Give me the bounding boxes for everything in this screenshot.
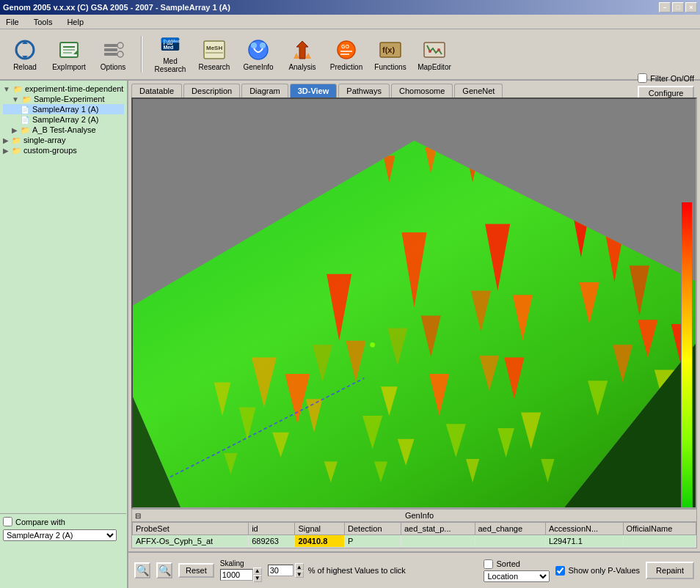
maximize-button[interactable]: □: [672, 2, 684, 12]
filter-checkbox-row: Filter On/Off: [638, 73, 694, 83]
geneinfo-button[interactable]: GeneInfo: [239, 33, 277, 76]
click-number-input[interactable]: [268, 565, 294, 576]
location-select[interactable]: Location: [484, 570, 550, 582]
options-label: Options: [101, 63, 125, 71]
expand-icon-2: ▼: [12, 95, 19, 103]
mesh-button[interactable]: MeSH Research: [195, 33, 233, 76]
compare-select[interactable]: SampleArray 2 (A) SampleArray 1 (A): [3, 529, 117, 541]
click-down-button[interactable]: ▼: [295, 570, 304, 578]
close-button[interactable]: ×: [685, 2, 697, 12]
menu-file[interactable]: File: [3, 16, 22, 28]
scaling-group: Skaling ▲ ▼: [220, 559, 262, 582]
col-probeset: ProbeSet: [133, 523, 249, 535]
tab-3dview[interactable]: 3D-View: [290, 84, 338, 98]
menu-tools[interactable]: Tools: [31, 16, 56, 28]
svg-text:f(x): f(x): [382, 45, 395, 54]
tab-datatable[interactable]: Datatable: [131, 84, 182, 98]
prediction-button[interactable]: GO Prediction: [327, 33, 365, 76]
tree-label-7: custom-groups: [23, 146, 77, 155]
svg-text:MeSH: MeSH: [206, 45, 222, 51]
tab-diagram[interactable]: Diagram: [241, 84, 288, 98]
sorted-label: Sorted: [496, 559, 519, 568]
mesh-icon: MeSH: [203, 38, 226, 62]
expand-icon-5: ▶: [3, 147, 9, 155]
tree-item-single-array[interactable]: ▶ 📁 single-array: [3, 135, 124, 145]
col-signal: Signal: [295, 523, 345, 535]
tab-pathways[interactable]: Pathways: [338, 84, 390, 98]
svg-point-9: [117, 51, 123, 57]
pvalue-checkbox[interactable]: [555, 566, 565, 576]
svg-text:PubMed: PubMed: [163, 38, 180, 43]
minimize-button[interactable]: –: [659, 2, 671, 12]
prediction-label: Prediction: [330, 63, 362, 71]
options-button[interactable]: Options: [94, 33, 132, 76]
pubmed-icon: Pub Med PubMed: [158, 35, 182, 56]
col-aed-stat: aed_stat_p...: [401, 523, 475, 535]
expand-icon: ▼: [3, 85, 10, 93]
cell-accession: L29471.1: [545, 535, 623, 548]
menu-help[interactable]: Help: [64, 16, 87, 28]
analysis-icon: [291, 38, 314, 62]
svg-text:Med: Med: [163, 45, 173, 50]
scaling-up-button[interactable]: ▲: [253, 567, 262, 575]
tab-chomosome[interactable]: Chomosome: [391, 84, 453, 98]
tree-label-5: A_B Test-Analyse: [32, 125, 96, 134]
click-group: ▲ ▼ % of highest Values to click: [268, 563, 406, 578]
minimize-table-icon[interactable]: ⊟: [135, 512, 141, 520]
functions-icon: f(x): [379, 38, 402, 62]
filter-checkbox[interactable]: [638, 73, 647, 83]
scaling-label: Skaling: [220, 559, 244, 567]
prediction-icon: GO: [335, 38, 358, 62]
svg-rect-6: [104, 48, 117, 51]
table-row[interactable]: AFFX-Os_Cyph_5_at 689263 20410.8 P L2947…: [133, 535, 696, 548]
cell-official-name: [623, 535, 696, 548]
titlebar-controls: – □ ×: [659, 2, 697, 12]
col-id: id: [249, 523, 295, 535]
tab-genenet[interactable]: GeneNet: [454, 84, 503, 98]
analysis-button[interactable]: Analysis: [283, 33, 321, 76]
folder-icon: 📁: [13, 85, 22, 93]
tree-item-ab-test[interactable]: ▶ 📁 A_B Test-Analyse: [3, 125, 124, 135]
reload-button[interactable]: Reload: [6, 33, 44, 76]
reset-button[interactable]: Reset: [178, 563, 214, 578]
folder-icon-2: 📁: [22, 95, 31, 103]
cell-signal: 20410.8: [295, 535, 345, 548]
sorted-checkbox[interactable]: [484, 559, 493, 569]
tree-label: experiment-time-dependent: [25, 84, 124, 93]
tree-item-experiment[interactable]: ▼ 📁 experiment-time-dependent: [3, 84, 124, 94]
pvalue-label: Show only P-Values: [568, 566, 640, 575]
tree-label-3: SampleArray 1 (A): [32, 105, 98, 114]
zoom-in-button[interactable]: 🔍: [134, 562, 150, 578]
tree-item-sample1[interactable]: 📄 SampleArray 1 (A): [3, 104, 124, 114]
click-up-button[interactable]: ▲: [295, 563, 304, 570]
3d-visualization: [133, 99, 696, 507]
geninfo-header: ⊟ GenInfo: [132, 510, 696, 522]
expimport-button[interactable]: ExpImport: [50, 33, 88, 76]
zoom-in-icon: 🔍: [136, 565, 149, 576]
scaling-input[interactable]: [220, 569, 253, 581]
cell-aed-change: [475, 535, 545, 548]
zoom-out-button[interactable]: 🔍: [156, 562, 172, 578]
repaint-button[interactable]: Repaint: [646, 562, 694, 579]
color-gradient-bar: [681, 202, 693, 509]
compare-checkbox-row: Compare with: [3, 517, 123, 526]
col-official-name: OfficialName: [623, 523, 696, 535]
svg-point-28: [429, 50, 431, 53]
sidebar: ▼ 📁 experiment-time-dependent ▼ 📁 Sample…: [0, 81, 128, 588]
tree-item-sample-experiment[interactable]: ▼ 📁 Sample-Experiment: [3, 94, 124, 104]
pubmed-button[interactable]: Pub Med PubMed Med Research: [151, 33, 189, 76]
mapeditor-button[interactable]: MapEditor: [415, 33, 453, 76]
scaling-down-button[interactable]: ▼: [253, 575, 262, 582]
geninfo-table-section: ⊟ GenInfo ProbeSet id Signal Detection a…: [131, 509, 697, 548]
compare-checkbox-input[interactable]: [3, 517, 12, 526]
pubmed-label: Med Research: [153, 57, 187, 73]
sorted-row: Sorted: [484, 559, 550, 569]
tab-description[interactable]: Description: [183, 84, 240, 98]
folder-icon-4: 📁: [12, 136, 21, 144]
functions-button[interactable]: f(x) Functions: [371, 33, 409, 76]
expand-icon-4: ▶: [3, 136, 9, 144]
tree-item-custom-groups[interactable]: ▶ 📁 custom-groups: [3, 145, 124, 155]
percent-label: % of highest Values to click: [308, 566, 406, 575]
tree-item-sample2[interactable]: 📄 SampleArray 2 (A): [3, 114, 124, 125]
toolbar-separator-1: [141, 36, 142, 73]
